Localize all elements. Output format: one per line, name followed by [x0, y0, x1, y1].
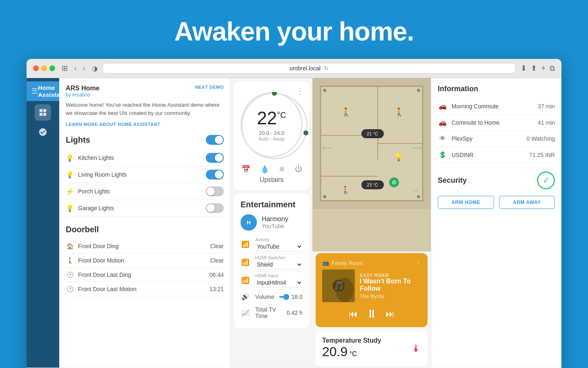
light-icon: 💡 [66, 171, 74, 179]
traffic-lights [33, 65, 55, 71]
light-name: Garage Lights [78, 205, 202, 211]
info-item-name: Morning Commute [452, 103, 534, 110]
garage-lights-toggle[interactable] [206, 203, 224, 213]
dollar-icon: 💲 [438, 151, 448, 159]
svg-text:🚶: 🚶 [341, 186, 350, 195]
tabs-button[interactable]: ⧉ [550, 64, 555, 73]
activity-field: Activity YouTube [255, 237, 303, 251]
learn-more-link[interactable]: LEARN MORE ABOUT HOME ASSISTANT [66, 122, 224, 127]
eye-icon: 👁 [438, 135, 448, 142]
list-item: 🚶 Front Door Motion Clear [66, 254, 224, 268]
kitchen-lights-toggle[interactable] [206, 153, 224, 163]
temp-study-value-row: 20.9 °C [322, 344, 381, 359]
thermostat-icons: 📅 💧 ❄ ⏻ [241, 165, 303, 174]
security-buttons: ARM HOME ARM AWAY [438, 196, 555, 209]
sidebar-item-overview[interactable] [35, 104, 51, 121]
pause-button[interactable]: ⏸ [366, 307, 377, 321]
lights-master-toggle[interactable] [206, 135, 224, 145]
activity-label: Activity [255, 237, 303, 242]
theme-button[interactable]: ◑ [92, 65, 98, 72]
entertainment-title: Entertainment [241, 200, 303, 209]
back-button[interactable]: ‹ [73, 64, 78, 73]
activity-select[interactable]: YouTube [255, 242, 303, 251]
svg-text:⚙: ⚙ [392, 179, 397, 186]
prev-button[interactable]: ⏮ [349, 309, 358, 319]
share-button[interactable]: ⬆ [531, 64, 537, 73]
wifi-icon: 📶 [241, 240, 250, 248]
device-name: Harmony [262, 215, 288, 223]
svg-point-2 [303, 130, 308, 135]
entertainment-card: Entertainment H Harmony YouTube 📶 Activi… [234, 193, 309, 328]
temp-study-icon: 🌡 [411, 343, 421, 354]
thermostat-card: ⋮ 22°C 20.0 - 24.0 Auto - Away [234, 81, 309, 190]
doorbell-section: Doorbell 🏠 Front Door Ding Clear 🚶 Front… [66, 225, 224, 296]
next-button[interactable]: ⏭ [385, 309, 394, 319]
door-icon: 🏠 [66, 243, 74, 249]
car-icon: 🚗 [438, 119, 448, 126]
info-row: 🚗 Commute to Home 41 min [438, 114, 555, 131]
music-card: 📺 Family Room ⋮ 🎵 [316, 253, 428, 327]
svg-text:⟶: ⟶ [412, 144, 422, 151]
sidebar: ☰ Home Assistant ⋮ [27, 78, 59, 368]
url-bar[interactable]: umbrel.local ↻ [102, 63, 516, 74]
porch-lights-toggle[interactable] [206, 186, 224, 196]
download-button[interactable]: ⬇ [521, 64, 527, 73]
hdmi-switcher-label: HDMI Switcher [255, 255, 303, 260]
demo-header: ARS Home by Arsaboo NEXT DEMO [66, 85, 224, 98]
info-row: 👁 PlexSpy 0 Watching [438, 131, 555, 147]
info-item-name: Commute to Home [452, 119, 534, 126]
hero-section: Awaken your home. [174, 0, 414, 59]
thermostat-arc-svg [241, 92, 308, 160]
music-artist: The Byrds [360, 293, 421, 299]
doorbell-item-value: 06:44 [209, 272, 224, 278]
hdmi-input-select[interactable]: InputHdmi4 [255, 278, 303, 287]
sidebar-item-entities[interactable] [35, 124, 51, 140]
right-panel: Information 🚗 Morning Commute 37 min 🚗 C… [431, 78, 561, 368]
doorbell-item-value: Clear [210, 257, 224, 264]
light-icon: 💡 [66, 154, 74, 162]
minimize-button[interactable] [41, 65, 47, 71]
floorplan-panel: 🚶 🚶 🚶 💡 21 °C 23 °C ⚙ [312, 78, 431, 368]
sidebar-toggle-button[interactable]: ⊞ [62, 64, 68, 73]
car-icon: 🚗 [438, 102, 448, 110]
close-button[interactable] [33, 65, 39, 71]
volume-slider[interactable] [279, 296, 285, 298]
arm-home-button[interactable]: ARM HOME [438, 196, 494, 209]
doorbell-item-value: Clear [210, 243, 224, 249]
hdmi-input-field: HDMI Input InputHdmi4 [255, 273, 303, 287]
device-avatar: H [241, 214, 257, 231]
info-row: 🚗 Morning Commute 37 min [438, 98, 555, 114]
entertainment-device: H Harmony YouTube [241, 214, 303, 231]
temp-study-label: Temperature Study [322, 337, 381, 344]
clock-icon: 🕐 [66, 286, 74, 292]
main-area: ARS Home by Arsaboo NEXT DEMO Welcome ho… [59, 78, 561, 368]
forward-button[interactable]: › [81, 64, 87, 73]
tv-time-row: 📈 Total TV Time 0.42 h [241, 304, 303, 322]
welcome-text: Welcome home! You've reached the Home As… [66, 101, 224, 117]
volume-value: 18.0 [290, 294, 303, 300]
svg-text:🎵: 🎵 [334, 280, 344, 290]
living-room-lights-toggle[interactable] [206, 170, 224, 180]
svg-text:⟵: ⟵ [323, 144, 332, 151]
lights-list: 💡 Kitchen Lights 💡 Living Room Lights ⚡ … [66, 150, 224, 217]
humidity-icon[interactable]: 💧 [260, 165, 269, 174]
next-demo-button[interactable]: NEXT DEMO [195, 85, 224, 90]
music-controls: ⏮ ⏸ ⏭ [322, 307, 421, 321]
hdmi-icon: 📶 [241, 258, 250, 266]
hamburger-icon[interactable]: ☰ [31, 87, 38, 96]
fan-icon[interactable]: ❄ [279, 165, 285, 174]
music-more-icon[interactable]: ⋮ [416, 260, 421, 266]
info-item-value: 71.25 INR [529, 152, 555, 158]
maximize-button[interactable] [49, 65, 55, 71]
reload-icon[interactable]: ↻ [324, 65, 329, 72]
hdmi-switcher-select[interactable]: Shield [255, 260, 303, 269]
lights-section: Lights 💡 Kitchen Lights 💡 Living Room Li… [66, 135, 224, 217]
power-icon[interactable]: ⏻ [295, 165, 302, 174]
home-sub[interactable]: by Arsaboo [66, 92, 100, 98]
schedule-icon[interactable]: 📅 [241, 165, 250, 174]
information-title: Information [438, 85, 555, 93]
new-tab-button[interactable]: + [541, 64, 546, 73]
arm-away-button[interactable]: ARM AWAY [499, 196, 555, 209]
music-info: easy RIDER I Wasn't Born To Follow The B… [360, 273, 421, 299]
list-item: 💡 Kitchen Lights [66, 150, 224, 166]
